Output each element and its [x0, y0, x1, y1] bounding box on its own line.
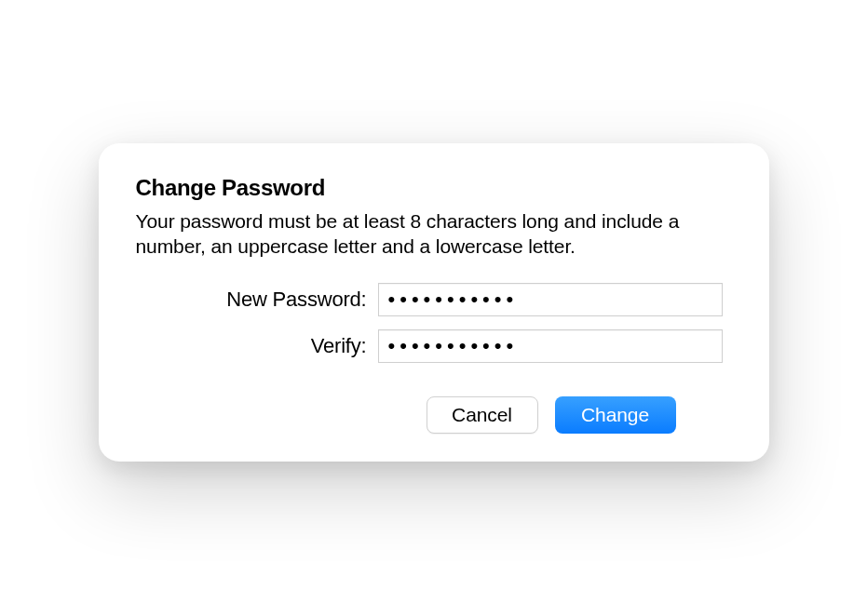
dialog-button-row: Cancel Change	[136, 396, 732, 434]
change-button[interactable]: Change	[555, 396, 676, 434]
change-password-dialog: Change Password Your password must be at…	[99, 143, 769, 462]
new-password-label: New Password:	[136, 288, 378, 312]
cancel-button[interactable]: Cancel	[427, 396, 538, 434]
dialog-description: Your password must be at least 8 charact…	[136, 208, 732, 260]
dialog-title: Change Password	[136, 175, 732, 201]
verify-label: Verify:	[136, 334, 378, 358]
verify-input[interactable]	[378, 329, 723, 363]
new-password-input[interactable]	[378, 283, 723, 316]
form-row-new-password: New Password:	[136, 283, 732, 316]
form-row-verify: Verify:	[136, 329, 732, 363]
